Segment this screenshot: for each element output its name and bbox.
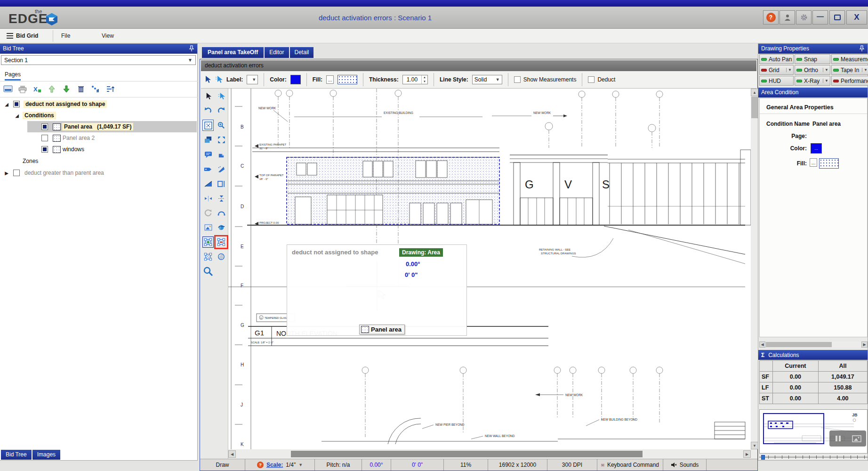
sort-icon[interactable] [105, 84, 115, 94]
chevron-down-icon[interactable]: ▼ [298, 463, 303, 467]
hatch-circle-icon[interactable] [216, 251, 227, 262]
slope-icon[interactable] [202, 178, 214, 189]
tree-row-panel-area[interactable]: Panel area (1,049.17 SF) [0, 121, 197, 132]
toggle-ortho[interactable]: Ortho▼ [795, 65, 830, 75]
print-icon[interactable] [17, 84, 28, 94]
scroll-up-icon[interactable]: ▲ [751, 89, 758, 96]
scrollbar-thumb[interactable] [751, 97, 758, 118]
toggle-grid[interactable]: Grid▼ [759, 65, 794, 75]
sheet-navigator-thumbnail[interactable]: JB [759, 409, 868, 454]
preview-icon[interactable] [3, 84, 13, 94]
maximize-button[interactable] [829, 10, 845, 24]
scale-link[interactable]: Scale: [266, 462, 283, 468]
chevron-down-icon[interactable]: ▼ [823, 68, 828, 72]
tab-detail[interactable]: Detail [290, 47, 314, 58]
spin-up-icon[interactable]: ▲ [422, 75, 427, 80]
flip-horizontal-icon[interactable] [202, 193, 214, 204]
checkbox[interactable] [41, 146, 48, 153]
rotate-icon[interactable] [202, 207, 214, 219]
toggle-measurements[interactable]: Measurements [831, 54, 868, 64]
redo-icon[interactable] [216, 105, 227, 116]
toggle-performance[interactable]: Performance [831, 76, 868, 86]
spin-down-icon[interactable]: ▼ [422, 80, 427, 84]
tree-row-deduct-greater[interactable]: ▶ deduct greater than parent area [0, 167, 197, 179]
close-button[interactable]: X [846, 10, 867, 24]
scroll-left-icon[interactable]: ◀ [228, 450, 236, 458]
scroll-right-icon[interactable]: ▶ [743, 450, 751, 458]
grid-snap-icon[interactable] [202, 120, 214, 131]
checkbox[interactable] [13, 170, 20, 176]
image-preview-icon[interactable] [852, 435, 861, 442]
status-keyboard-command[interactable]: Keyboard Command [597, 459, 663, 471]
undo-icon[interactable] [202, 105, 214, 116]
toggle-snap[interactable]: Snap [795, 54, 830, 64]
properties-horizontal-scrollbar[interactable]: ◀ ▶ [759, 341, 868, 348]
expander-icon[interactable]: ◢ [4, 102, 9, 107]
scroll-right-icon[interactable]: ▶ [861, 341, 868, 348]
checkbox[interactable] [41, 123, 48, 130]
tab-bid-tree[interactable]: Bid Tree [1, 450, 32, 460]
canvas-vertical-scrollbar[interactable]: ▲ ▼ [751, 89, 758, 449]
select-cursor-icon[interactable] [204, 75, 211, 84]
flip-vertical-icon[interactable] [216, 193, 227, 204]
select-cursor-icon[interactable] [202, 90, 214, 102]
menu-file[interactable]: File [56, 29, 75, 43]
arc-icon[interactable] [216, 207, 227, 219]
thickness-spinner[interactable]: 1.00 ▲▼ [402, 75, 428, 84]
scroll-down-icon[interactable]: ▼ [751, 442, 758, 449]
help-button[interactable]: ? [763, 10, 779, 24]
tree-row-deduct-not-assigned[interactable]: ◢ deduct not assigned to shape [0, 98, 197, 110]
minimize-button[interactable]: — [812, 10, 828, 24]
zoom-in-icon[interactable] [216, 120, 227, 131]
area-deduct-icon[interactable] [216, 236, 227, 248]
section-select[interactable]: Section 1▼ [1, 55, 196, 65]
toggle-hud[interactable]: HUD [759, 76, 794, 86]
toggle-x-ray[interactable]: X-Ray▼ [795, 76, 830, 86]
toggle-auto-pan[interactable]: Auto Pan [759, 54, 794, 64]
fill-options-button[interactable]: ... [326, 75, 334, 84]
navigator-zoom-slider[interactable] [759, 455, 868, 460]
condition-fill-swatch[interactable] [819, 158, 839, 169]
scrollbar-thumb[interactable] [766, 342, 832, 347]
expander-icon[interactable]: ◢ [14, 113, 20, 118]
tab-pages[interactable]: Pages [5, 71, 21, 81]
menu-view[interactable]: View [97, 29, 119, 43]
scrollbar-thumb[interactable] [291, 451, 643, 457]
pause-icon[interactable] [835, 435, 842, 442]
chevron-down-icon[interactable]: ▼ [786, 68, 792, 72]
move-down-icon[interactable] [61, 84, 72, 94]
canvas-horizontal-scrollbar[interactable]: ◀ ▶ [228, 450, 751, 458]
user-account-button[interactable] [780, 10, 795, 24]
pin-icon[interactable] [859, 45, 865, 52]
fill-options-button[interactable]: ... [810, 158, 817, 167]
label-tag-icon[interactable] [202, 163, 214, 175]
pan-select-cursor-icon[interactable] [216, 90, 227, 102]
excel-export-icon[interactable]: X [32, 84, 42, 94]
magnifier-icon[interactable] [202, 266, 214, 277]
slider-handle[interactable] [761, 455, 765, 460]
status-scale[interactable]: ? Scale: 1/4" ▼ [245, 459, 315, 471]
toggle-tape-in[interactable]: Tape In▼ [831, 65, 868, 75]
tab-panel-area-takeoff[interactable]: Panel area TakeOff [202, 47, 264, 58]
status-sounds[interactable]: Sounds [663, 459, 707, 471]
fill-pattern-swatch[interactable] [338, 75, 357, 84]
expander-icon[interactable]: ▶ [4, 171, 9, 176]
drawing-canvas[interactable]: B C D E F G H J K [228, 89, 751, 449]
note-flip-icon[interactable] [216, 149, 227, 160]
delete-icon[interactable] [76, 84, 86, 94]
spray-icon[interactable] [216, 163, 227, 175]
show-measurements-checkbox[interactable]: Show Measurements [514, 76, 577, 83]
line-style-dropdown[interactable]: Solid▼ [472, 75, 502, 84]
checkbox[interactable] [41, 135, 48, 141]
label-dropdown[interactable]: ▼ [247, 75, 258, 84]
image-icon[interactable] [202, 222, 214, 233]
tree-row-windows[interactable]: windows [0, 144, 197, 155]
tree-row-panel-area-2[interactable]: Panel area 2 [0, 132, 197, 144]
tree-row-zones[interactable]: Zones [0, 155, 197, 167]
tab-images[interactable]: Images [32, 450, 60, 460]
reorder-icon[interactable] [90, 84, 101, 94]
extend-rect-icon[interactable] [216, 178, 227, 189]
scroll-left-icon[interactable]: ◀ [759, 341, 765, 348]
pin-icon[interactable] [189, 45, 194, 52]
comment-icon[interactable] [202, 149, 214, 160]
